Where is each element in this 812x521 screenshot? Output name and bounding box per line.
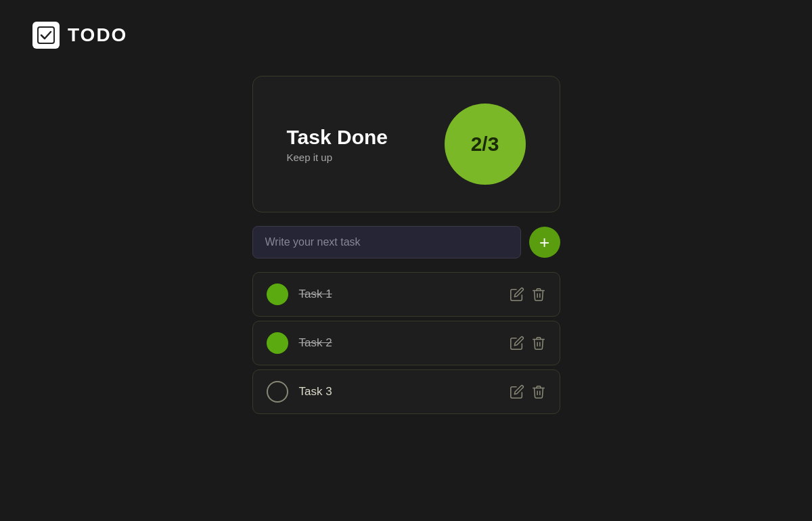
edit-task-button[interactable]: [510, 384, 524, 399]
task-label: Task 2: [299, 336, 499, 350]
task-actions: [510, 384, 546, 399]
task-list: Task 1: [252, 272, 560, 414]
task-label: Task 3: [299, 385, 499, 399]
plus-icon: +: [539, 232, 549, 253]
app-title: TODO: [68, 24, 127, 46]
task-check-done-icon[interactable]: [267, 332, 288, 354]
stats-title: Task Done: [287, 126, 388, 149]
delete-task-button[interactable]: [531, 384, 546, 399]
stats-card: Task Done Keep it up 2/3: [252, 76, 560, 212]
edit-task-button[interactable]: [510, 336, 524, 350]
task-check-pending-icon[interactable]: [267, 381, 288, 403]
stats-fraction: 2/3: [471, 133, 499, 156]
task-item: Task 1: [252, 272, 560, 317]
edit-task-button[interactable]: [510, 287, 524, 302]
task-actions: [510, 336, 546, 350]
stats-text: Task Done Keep it up: [287, 126, 388, 163]
app-header: TODO: [0, 0, 127, 49]
delete-task-button[interactable]: [531, 336, 546, 350]
svg-rect-0: [38, 27, 54, 43]
task-label: Task 1: [299, 288, 499, 301]
task-item: Task 3: [252, 369, 560, 414]
stats-circle: 2/3: [445, 104, 526, 185]
main-content: Task Done Keep it up 2/3 + Task 1: [0, 49, 812, 414]
app-logo: [32, 22, 60, 49]
task-item: Task 2: [252, 321, 560, 365]
input-row: +: [252, 226, 560, 258]
add-task-button[interactable]: +: [529, 227, 560, 258]
task-input[interactable]: [252, 226, 521, 258]
stats-subtitle: Keep it up: [287, 152, 388, 163]
task-check-done-icon[interactable]: [267, 284, 288, 305]
task-actions: [510, 287, 546, 302]
delete-task-button[interactable]: [531, 287, 546, 302]
